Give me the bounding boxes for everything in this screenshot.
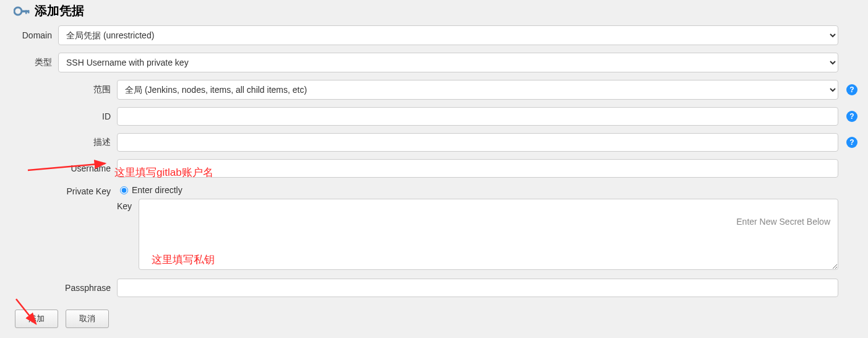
- add-button[interactable]: 添加: [15, 310, 58, 328]
- desc-input[interactable]: [117, 133, 838, 152]
- desc-label: 描述: [9, 137, 117, 148]
- private-key-label: Private Key: [9, 185, 117, 196]
- domain-label: Domain: [9, 30, 58, 40]
- svg-rect-2: [25, 10, 27, 14]
- key-label: Key: [117, 199, 139, 211]
- help-icon-desc[interactable]: ?: [846, 137, 857, 148]
- key-textarea[interactable]: Enter New Secret Below: [139, 199, 838, 270]
- enter-directly-label: Enter directly: [132, 185, 183, 195]
- id-label: ID: [9, 111, 117, 121]
- id-input[interactable]: [117, 107, 838, 126]
- type-select[interactable]: SSH Username with private key: [58, 53, 838, 72]
- passphrase-input[interactable]: [117, 279, 838, 297]
- passphrase-label: Passphrase: [9, 283, 117, 293]
- enter-directly-radio[interactable]: [120, 186, 128, 194]
- svg-rect-3: [28, 10, 30, 13]
- scope-label: 范围: [9, 84, 117, 95]
- key-icon: [14, 6, 30, 17]
- scope-select[interactable]: 全局 (Jenkins, nodes, items, all child ite…: [117, 80, 838, 100]
- type-label: 类型: [9, 57, 58, 68]
- cancel-button[interactable]: 取消: [66, 310, 109, 328]
- username-input[interactable]: [117, 159, 838, 178]
- help-icon-scope[interactable]: ?: [846, 84, 857, 95]
- username-label: Username: [9, 163, 117, 173]
- domain-select[interactable]: 全局凭据 (unrestricted): [58, 25, 838, 45]
- key-placeholder: Enter New Secret Below: [147, 204, 830, 227]
- svg-point-0: [14, 7, 22, 15]
- help-icon-id[interactable]: ?: [846, 111, 857, 122]
- page-header: 添加凭据: [9, 2, 859, 19]
- page-title: 添加凭据: [35, 2, 84, 19]
